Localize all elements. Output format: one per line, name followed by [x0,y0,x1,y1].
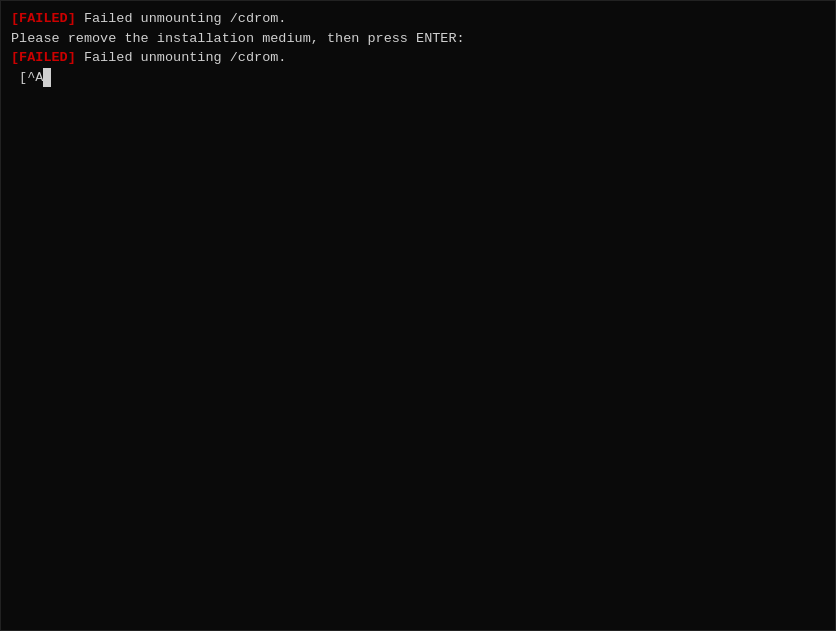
terminal-line-3: [FAILED] Failed unmounting /cdrom. [11,48,825,68]
line4-text: [^A [11,68,43,88]
line3-text: Failed unmounting /cdrom. [76,48,287,68]
terminal-line-1: [FAILED] Failed unmounting /cdrom. [11,9,825,29]
terminal-window[interactable]: [FAILED] Failed unmounting /cdrom. Pleas… [0,0,836,631]
failed-badge-2: [FAILED] [11,48,76,68]
terminal-line-4: [^A [11,68,825,88]
failed-badge-1: [FAILED] [11,9,76,29]
cursor [43,68,51,88]
line1-text: Failed unmounting /cdrom. [76,9,287,29]
line2-text: Please remove the installation medium, t… [11,29,465,49]
terminal-line-2: Please remove the installation medium, t… [11,29,825,49]
